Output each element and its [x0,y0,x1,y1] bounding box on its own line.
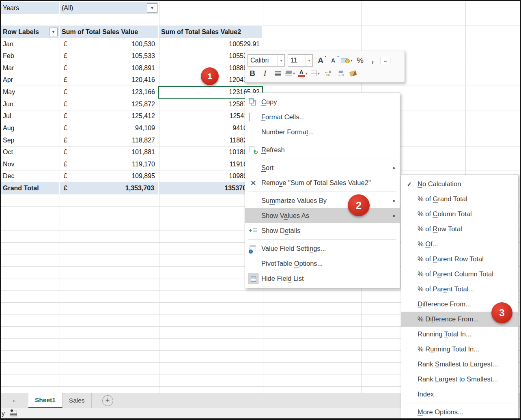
menu-item-pct-of-row-total[interactable]: % of Row Total [401,222,518,237]
sheet-nav-arrow[interactable]: ▸ [0,393,28,408]
menu-item-pct-of-parent-row-total[interactable]: % of Parent Row Total [401,252,518,267]
row-labels-filter-button[interactable]: ▼ [49,28,58,36]
pivot-cell-month[interactable]: Jun [0,98,60,110]
header-sum-value[interactable]: Sum of Total Sales Value [60,26,159,38]
pivot-cell-month[interactable]: Oct [0,146,60,158]
caret-down-icon[interactable]: ▾ [306,55,312,66]
italic-button[interactable]: I [260,68,270,79]
pivot-cell-sales[interactable]: £125,412 [60,110,159,123]
callout-badge-1: 1 [201,67,219,85]
caret-up-icon: ▴ [325,54,326,58]
pivot-data-rows: Jan£100,530100529.91Feb£105,533105532.91… [0,38,263,194]
bold-button[interactable]: B [248,68,257,79]
pivot-cell-sales[interactable]: £123,166 [60,86,159,98]
menu-item-pct-of-grand-total[interactable]: % of Grand Total [401,192,518,207]
pivot-cell-sales[interactable]: £120,416 [60,74,159,86]
pivot-cell-month[interactable]: Aug [0,122,60,134]
comma-style-button[interactable]: , [368,55,378,66]
caret-down-icon[interactable]: ▾ [278,55,284,66]
header-sum-value2[interactable]: Sum of Total Sales Value2 [159,26,263,38]
pivot-cell-month[interactable]: Mar [0,62,60,74]
sheet-tab-sheet1[interactable]: Sheet1 [28,393,62,408]
pivot-cell-sales[interactable]: £108,891 [60,62,159,74]
autofit-button[interactable]: ↔ [381,55,390,66]
menu-item-pct-of[interactable]: % Of... [401,237,518,252]
add-sheet-button[interactable]: + [102,395,113,406]
caret-down-icon[interactable]: ▾ [293,71,295,75]
grow-font-button[interactable]: A ▴ [316,55,325,66]
pivot-cell-month[interactable]: Dec [0,170,60,183]
menu-item-sort[interactable]: Sort▸ [245,160,400,175]
menu-item-copy[interactable]: Copy [245,95,400,110]
shrink-font-button[interactable]: A ▴ [328,55,338,66]
pivot-cell-sales2[interactable]: 100529.91 [159,38,263,50]
format-painter-button[interactable] [348,68,358,79]
pivot-cell-sales[interactable]: £105,533 [60,50,159,62]
pivot-cell-month[interactable]: Feb [0,50,60,62]
pivot-cell-month[interactable]: Grand Total [0,182,60,194]
fill-color-icon [285,71,292,76]
decrease-decimal-button[interactable]: .00 →.0 [336,68,345,79]
menu-item-refresh[interactable]: ↻Refresh [245,142,400,157]
pivot-cell-month[interactable]: Apr [0,74,60,86]
menu-item-pivottable-options[interactable]: PivotTable Options... [245,256,400,271]
font-size-select[interactable]: 11 ▾ [288,54,313,67]
submenu-arrow-icon: ▸ [389,213,400,218]
menu-item-no-calculation[interactable]: ✓No Calculation [401,177,518,192]
menu-item-rank-smallest-to-largest[interactable]: Rank Smallest to Largest... [401,357,518,372]
menu-item-show-details[interactable]: +Show Details [245,223,400,238]
accounting-format-button[interactable]: ▾ [341,55,353,66]
caret-down-icon[interactable]: ▾ [351,58,353,62]
menu-item-pct-of-column-total[interactable]: % of Column Total [401,207,518,222]
filter-value-cell[interactable]: (All) ▼ [60,2,159,14]
currency-symbol: £ [64,65,67,72]
pivot-cell-sales[interactable]: £118,827 [60,134,159,146]
pivot-cell-sales[interactable]: £101,881 [60,146,159,158]
pivot-cell-sales[interactable]: £1,353,703 [60,182,159,194]
menu-item-value-field-settings[interactable]: iValue Field Settings... [245,241,400,256]
pivot-cell-sales[interactable]: £94,109 [60,122,159,134]
pivot-cell-month[interactable]: Nov [0,158,60,170]
menu-item-label: % of Grand Total [418,195,518,203]
align-center-button[interactable] [273,68,282,79]
caret-up-icon: ▴ [337,54,339,58]
header-row-labels[interactable]: Row Labels ▼ [0,26,60,38]
menu-item-rank-largest-to-smallest[interactable]: Rank Largest to Smallest... [401,372,518,387]
menu-item-summarize-values-by[interactable]: Summarize Values By▸ [245,193,400,208]
fill-color-button[interactable]: ▾ [285,68,295,79]
sheet-tab-sales[interactable]: Sales [62,393,92,408]
shrink-font-icon: A [331,57,335,64]
percent-style-button[interactable]: % [355,55,365,66]
pivot-cell-month[interactable]: May [0,86,60,98]
menu-item-pct-of-parent-column-total[interactable]: % of Parent Column Total [401,267,518,282]
pivot-cell-sales-value: 123,166 [131,88,155,96]
caret-down-icon[interactable]: ▾ [318,71,320,75]
menu-item-pct-of-parent-total[interactable]: % of Parent Total... [401,282,518,297]
font-color-button[interactable]: A ▾ [298,68,308,79]
pivot-cell-sales[interactable]: £125,872 [60,98,159,110]
menu-item-running-total-in[interactable]: Running Total In... [401,327,518,342]
filter-field-cell[interactable]: Years [0,2,60,14]
menu-item-pct-running-total-in[interactable]: % Running Total In... [401,342,518,357]
pivot-cell-month[interactable]: Sep [0,134,60,146]
pivot-cell-sales-value: 105,533 [131,52,155,60]
macro-record-icon[interactable] [10,411,17,416]
pivot-cell-month[interactable]: Jul [0,110,60,123]
menu-item-hide-field-list[interactable]: Hide Field List [245,271,400,286]
borders-button[interactable]: ▾ [310,68,320,79]
filter-dropdown-button[interactable]: ▼ [147,3,157,13]
increase-decimal-button[interactable]: ←.0 .00 [323,68,333,79]
font-name-select[interactable]: Calibri ▾ [248,54,285,67]
menu-item-show-values-as[interactable]: Show Values As▸ [245,208,400,223]
caret-down-icon[interactable]: ▾ [306,71,308,75]
menu-item-more-options[interactable]: More Options... [401,405,518,420]
menu-item-index[interactable]: Index [401,387,518,402]
menu-item-remove-field[interactable]: ✕Remove "Sum of Total Sales Value2" [245,175,400,190]
menu-item-number-format[interactable]: Number Format... [245,125,400,140]
menu-item-format-cells[interactable]: Format Cells... [245,110,400,125]
pivot-cell-sales[interactable]: £109,895 [60,170,159,183]
pivot-cell-sales[interactable]: £119,170 [60,158,159,170]
row-labels-text: Row Labels [3,28,39,36]
pivot-cell-sales[interactable]: £100,530 [60,38,159,50]
pivot-cell-month[interactable]: Jan [0,38,60,50]
